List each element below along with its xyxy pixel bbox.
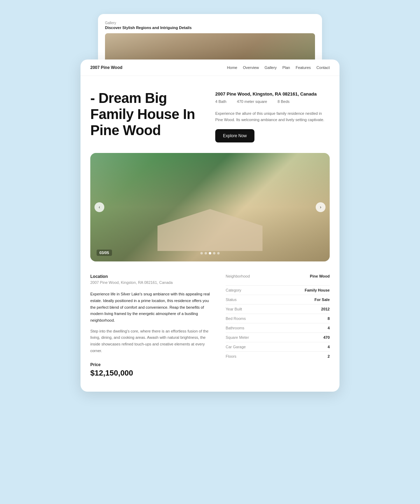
details-right: Neighborhood Pine Wood Category Family H… (226, 274, 330, 378)
carousel-dot-5[interactable] (217, 252, 220, 254)
nav-home[interactable]: Home (227, 65, 237, 70)
price-label: Price (90, 362, 215, 367)
nav-features[interactable]: Features (296, 65, 311, 70)
property-address: 2007 Pine Wood, Kingston, RA 082161, Can… (215, 91, 330, 97)
specs-table: Category Family House Status For Sale Ye… (226, 285, 330, 361)
spec-label-2: Year Built (226, 304, 276, 314)
carousel-dot-1[interactable] (201, 252, 203, 254)
stat-size: 470 meter square (237, 99, 267, 104)
carousel-dot-2[interactable] (205, 252, 207, 254)
neighborhood-value: Pine Wood (310, 274, 330, 278)
price-value: $12,150,000 (90, 369, 215, 378)
details-left: Location 2007 Pine Wood, Kingston, RA 08… (90, 274, 215, 378)
details-description-1: Experience life in Silver Lake's snug am… (90, 291, 215, 323)
nav-overview[interactable]: Overview (243, 65, 259, 70)
spec-row-4: Bathrooms 4 (226, 323, 330, 333)
spec-value-4: 4 (276, 323, 330, 333)
nav-gallery[interactable]: Gallery (265, 65, 277, 70)
spec-row-3: Bed Rooms 8 (226, 314, 330, 323)
location-label: Location (90, 274, 215, 279)
hero-right: 2007 Pine Wood, Kingston, RA 082161, Can… (215, 90, 330, 142)
spec-row-7: Floors 2 (226, 352, 330, 361)
spec-row-2: Year Built 2012 (226, 304, 330, 314)
spec-row-0: Category Family House (226, 286, 330, 295)
details-section: Location 2007 Pine Wood, Kingston, RA 08… (80, 261, 340, 392)
spec-row-1: Status For Sale (226, 295, 330, 304)
hero-section: - Dream Big Family House In Pine Wood 20… (80, 76, 340, 153)
main-card: 2007 Pine Wood Home Overview Gallery Pla… (80, 59, 340, 392)
carousel-next-button[interactable]: › (316, 202, 326, 212)
spec-value-0: Family House (276, 286, 330, 295)
spec-label-0: Category (226, 286, 276, 295)
spec-row-5: Square Meter 470 (226, 333, 330, 342)
property-stats: 4 Bath 470 meter square 8 Beds (215, 99, 330, 104)
nav-brand: 2007 Pine Wood (90, 65, 122, 70)
spec-row-6: Car Garage 4 (226, 342, 330, 352)
carousel-dot-3[interactable] (209, 252, 211, 254)
spec-value-1: For Sale (276, 295, 330, 304)
neighborhood-label: Neighborhood (226, 274, 250, 278)
spec-label-6: Car Garage (226, 342, 276, 352)
details-description-2: Step into the dwelling's core, where the… (90, 328, 215, 354)
location-address: 2007 Pine Wood, Kingston, RA 082161, Can… (90, 280, 215, 285)
spec-value-6: 4 (276, 342, 330, 352)
spec-label-1: Status (226, 295, 276, 304)
nav-plan[interactable]: Plan (282, 65, 290, 70)
spec-value-7: 2 (276, 352, 330, 361)
nav-links: Home Overview Gallery Plan Features Cont… (227, 65, 330, 70)
navigation: 2007 Pine Wood Home Overview Gallery Pla… (80, 59, 340, 76)
carousel-prev-button[interactable]: ‹ (94, 202, 104, 212)
explore-button[interactable]: Explore Now (215, 129, 254, 142)
nav-contact[interactable]: Contact (316, 65, 330, 70)
carousel-dot-4[interactable] (213, 252, 216, 254)
carousel-dots (201, 252, 220, 254)
stat-beds: 8 Beds (278, 99, 289, 104)
gallery-label: Gallery (105, 21, 315, 25)
page-wrapper: Gallery Discover Stylish Regions and Int… (84, 14, 336, 392)
hero-left: - Dream Big Family House In Pine Wood (90, 90, 205, 142)
spec-label-4: Bathrooms (226, 323, 276, 333)
gallery-title: Discover Stylish Regions and Intriguing … (105, 26, 315, 30)
spec-label-5: Square Meter (226, 333, 276, 342)
spec-value-5: 470 (276, 333, 330, 342)
neighborhood-row: Neighborhood Pine Wood (226, 274, 330, 278)
spec-value-2: 2012 (276, 304, 330, 314)
carousel-counter: 03/05 (97, 250, 112, 256)
carousel-image (90, 153, 330, 261)
spec-label-7: Floors (226, 352, 276, 361)
spec-value-3: 8 (276, 314, 330, 323)
stat-bath: 4 Bath (215, 99, 226, 104)
spec-label-3: Bed Rooms (226, 314, 276, 323)
property-description: Experience the allure of this unique fam… (215, 111, 330, 123)
carousel: ‹ › 03/05 (90, 153, 330, 261)
hero-title: - Dream Big Family House In Pine Wood (90, 90, 205, 138)
